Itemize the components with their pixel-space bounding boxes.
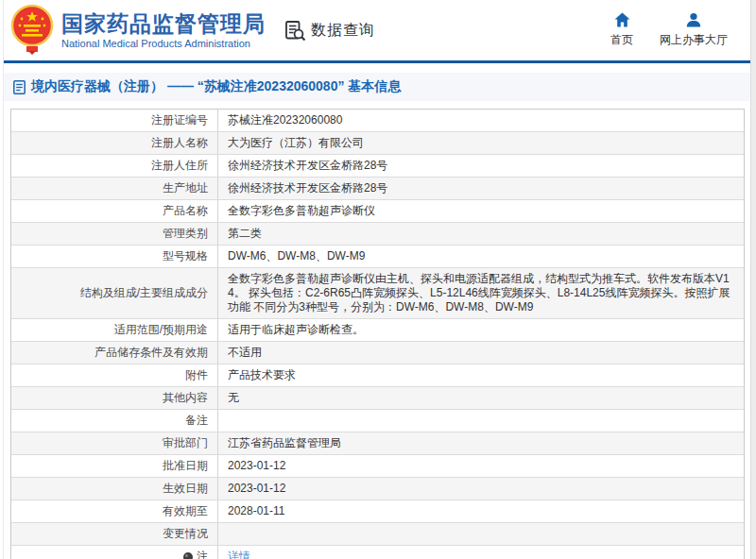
table-row: 变更情况	[11, 523, 744, 546]
document-icon	[13, 80, 26, 94]
row-value: 2028-01-11	[217, 500, 744, 522]
scrollbar[interactable]	[750, 0, 756, 559]
site-title-block: 国家药品监督管理局 National Medical Products Admi…	[61, 11, 266, 49]
breadcrumb: 境内医疗器械（注册） —— “苏械注准20232060080” 基本信息	[4, 73, 756, 101]
table-row: 产品名称全数字彩色多普勒超声诊断仪	[11, 200, 744, 223]
table-row: 注册证编号苏械注准20232060080	[11, 110, 744, 132]
row-label: 有效期至	[11, 500, 217, 522]
breadcrumb-text: 境内医疗器械（注册） —— “苏械注准20232060080” 基本信息	[31, 78, 401, 95]
row-label: 结构及组成/主要组成成分	[11, 268, 217, 318]
table-row: 备注	[11, 410, 744, 432]
table-row: 生产地址徐州经济技术开发区金桥路28号	[11, 178, 744, 200]
info-table: 注册证编号苏械注准20232060080注册人名称大为医疗（江苏）有限公司注册人…	[10, 109, 745, 559]
row-value: 产品技术要求	[217, 364, 744, 386]
site-title: 国家药品监督管理局	[61, 11, 266, 36]
row-value	[217, 523, 744, 545]
row-label: 适用范围/预期用途	[11, 319, 217, 341]
table-row: 注册人住所徐州经济技术开发区金桥路28号	[11, 155, 744, 178]
table-row: 其他内容无	[11, 387, 744, 410]
row-label: 变更情况	[11, 523, 217, 545]
site-subtitle: National Medical Products Administration	[61, 38, 266, 49]
row-value	[217, 410, 744, 432]
row-value: 大为医疗（江苏）有限公司	[217, 132, 744, 154]
table-row: 批准日期2023-01-12	[11, 455, 744, 478]
row-value: 徐州经济技术开发区金桥路28号	[217, 155, 744, 177]
table-row: 有效期至2028-01-11	[11, 500, 744, 523]
table-row: 注详情	[11, 546, 744, 559]
row-label: 注册证编号	[11, 110, 217, 131]
data-query-label: 数据查询	[311, 21, 375, 41]
row-label: 审批部门	[11, 432, 217, 454]
row-value: 苏械注准20232060080	[217, 110, 744, 131]
table-row: 生效日期2023-01-12	[11, 478, 744, 500]
row-value: 徐州经济技术开发区金桥路28号	[217, 178, 744, 199]
row-label: 注	[11, 546, 217, 559]
table-row: 型号规格DW-M6、DW-M8、DW-M9	[11, 246, 744, 268]
row-label: 生产地址	[11, 178, 217, 199]
row-label: 其他内容	[11, 387, 217, 409]
nav-service-hall-label: 网上办事大厅	[660, 32, 728, 48]
home-icon	[614, 12, 630, 27]
row-value: 全数字彩色多普勒超声诊断仪由主机、探头和电源适配器组成，结构型式为推车式。软件发…	[217, 268, 744, 318]
user-icon	[686, 12, 701, 27]
row-label: 型号规格	[11, 246, 217, 267]
row-label: 注册人住所	[11, 155, 217, 177]
detail-link[interactable]: 详情	[228, 550, 250, 559]
row-value: 适用于临床超声诊断检查。	[217, 319, 744, 341]
data-query-icon	[284, 20, 306, 42]
note-icon	[183, 552, 193, 559]
nav-home-label: 首页	[610, 32, 633, 48]
row-value: 详情	[217, 546, 744, 559]
row-label: 批准日期	[11, 455, 217, 477]
table-row: 管理类别第二类	[11, 223, 744, 246]
table-row: 附件产品技术要求	[11, 364, 744, 387]
site-header: 国家药品监督管理局 National Medical Products Admi…	[4, 0, 756, 63]
nav-service-hall[interactable]: 网上办事大厅	[660, 12, 728, 48]
page-container: 国家药品监督管理局 National Medical Products Admi…	[3, 0, 756, 559]
table-row: 产品储存条件及有效期不适用	[11, 342, 744, 364]
row-value: 2023-01-12	[217, 455, 744, 477]
row-label: 管理类别	[11, 223, 217, 245]
row-value: 2023-01-12	[217, 478, 744, 500]
row-value: 第二类	[217, 223, 744, 245]
nav-home[interactable]: 首页	[610, 12, 633, 48]
row-value: 江苏省药品监督管理局	[217, 432, 744, 454]
row-label: 产品储存条件及有效期	[11, 342, 217, 364]
row-label: 注册人名称	[11, 132, 217, 154]
national-emblem-icon	[10, 2, 54, 55]
row-value: DW-M6、DW-M8、DW-M9	[217, 246, 744, 267]
row-label: 生效日期	[11, 478, 217, 500]
row-label: 附件	[11, 364, 217, 386]
table-row: 适用范围/预期用途适用于临床超声诊断检查。	[11, 319, 744, 342]
row-value: 全数字彩色多普勒超声诊断仪	[217, 200, 744, 222]
data-query-nav[interactable]: 数据查询	[284, 20, 375, 42]
national-emblem-logo[interactable]	[10, 2, 54, 59]
table-row: 结构及组成/主要组成成分全数字彩色多普勒超声诊断仪由主机、探头和电源适配器组成，…	[11, 268, 744, 319]
row-value: 不适用	[217, 342, 744, 364]
row-label: 备注	[11, 410, 217, 432]
row-label: 产品名称	[11, 200, 217, 222]
table-row: 注册人名称大为医疗（江苏）有限公司	[11, 132, 744, 155]
table-row: 审批部门江苏省药品监督管理局	[11, 432, 744, 455]
row-value: 无	[217, 387, 744, 409]
